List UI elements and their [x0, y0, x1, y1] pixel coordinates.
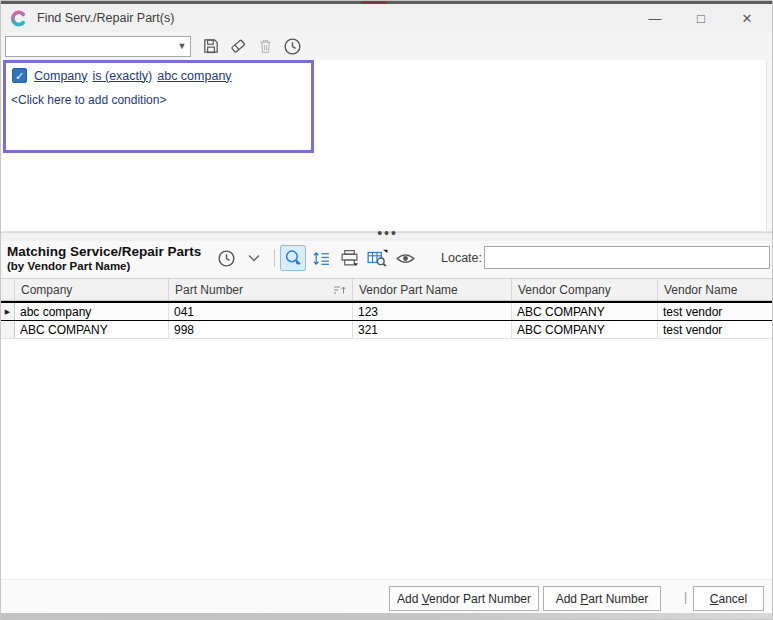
sort-ascending-icon: [333, 285, 346, 295]
window-controls: — □ ✕: [632, 4, 773, 32]
row-selector-cell[interactable]: [1, 321, 15, 338]
save-icon[interactable]: [199, 34, 223, 58]
table-cell[interactable]: ABC COMPANY: [15, 321, 169, 338]
maximize-icon[interactable]: □: [678, 11, 724, 26]
app-logo-icon: [10, 10, 27, 27]
selected-row-marker-icon[interactable]: ▶: [1, 303, 15, 320]
condition-value-link[interactable]: abc company: [157, 69, 231, 83]
table-row[interactable]: ▶abc company041123ABC COMPANYtest vendor: [1, 301, 773, 321]
filter-toolbar: ▼: [1, 32, 773, 60]
condition-highlight-box: ✓ Company is (exactly) abc company <Clic…: [3, 60, 314, 153]
button-separator: |: [684, 590, 687, 604]
cancel-button[interactable]: Cancel: [693, 586, 764, 611]
condition-panel: ✓ Company is (exactly) abc company <Clic…: [1, 60, 773, 232]
saved-filter-combo[interactable]: ▼: [5, 36, 191, 57]
add-condition-link[interactable]: <Click here to add condition>: [11, 93, 166, 107]
column-header[interactable]: Vendor Company: [512, 279, 658, 300]
background-desktop-edge: [1, 613, 773, 620]
condition-checkbox[interactable]: ✓: [12, 68, 27, 83]
find-parts-dialog: Find Serv./Repair Part(s) — □ ✕ ▼: [0, 0, 773, 620]
chevron-down-icon[interactable]: ▼: [174, 41, 190, 51]
condition-row: ✓ Company is (exactly) abc company: [12, 68, 237, 83]
table-cell[interactable]: test vendor: [658, 303, 773, 320]
print-icon[interactable]: [336, 245, 362, 271]
column-header[interactable]: Part Number: [169, 279, 353, 300]
table-cell[interactable]: test vendor: [658, 321, 773, 338]
results-title: Matching Service/Repair Parts: [7, 244, 201, 259]
table-cell[interactable]: 123: [353, 303, 512, 320]
condition-field-link[interactable]: Company: [34, 69, 88, 83]
results-header: Matching Service/Repair Parts (by Vendor…: [1, 241, 773, 278]
find-panel-icon[interactable]: [364, 245, 390, 271]
footer-bar: Add Vendor Part Number Add Part Number |…: [1, 579, 773, 613]
locate-input[interactable]: [484, 246, 770, 269]
window-title: Find Serv./Repair Part(s): [37, 11, 174, 25]
results-table: CompanyPart NumberVendor Part NameVendor…: [1, 278, 773, 579]
table-cell[interactable]: ABC COMPANY: [512, 303, 658, 320]
table-cell[interactable]: abc company: [15, 303, 169, 320]
table-row[interactable]: ABC COMPANY998321ABC COMPANYtest vendor: [1, 321, 773, 339]
column-header[interactable]: Vendor Part Name: [353, 279, 512, 300]
results-toolbar: [213, 245, 420, 271]
minimize-icon[interactable]: —: [632, 11, 678, 26]
splitter-grip-icon: •••: [377, 231, 398, 236]
row-sizing-icon[interactable]: [308, 245, 334, 271]
condition-operator-link[interactable]: is (exactly): [93, 69, 153, 83]
table-cell[interactable]: 041: [169, 303, 353, 320]
history-icon[interactable]: [213, 245, 239, 271]
row-selector-header: [1, 279, 15, 300]
column-header[interactable]: Vendor Name: [658, 279, 773, 300]
table-body: ▶abc company041123ABC COMPANYtest vendor…: [1, 301, 773, 339]
title-bar: Find Serv./Repair Part(s) — □ ✕: [1, 4, 773, 32]
visibility-icon[interactable]: [392, 245, 418, 271]
chevron-down-icon[interactable]: [241, 245, 267, 271]
add-vendor-part-number-button[interactable]: Add Vendor Part Number: [389, 586, 539, 611]
eraser-icon[interactable]: [226, 34, 250, 58]
history-icon[interactable]: [280, 34, 304, 58]
search-preview-icon[interactable]: [280, 245, 306, 271]
delete-icon[interactable]: [253, 34, 277, 58]
close-icon[interactable]: ✕: [724, 11, 770, 26]
results-subtitle: (by Vendor Part Name): [7, 260, 130, 272]
table-cell[interactable]: 998: [169, 321, 353, 338]
add-part-number-button[interactable]: Add Part Number: [543, 586, 661, 611]
toolbar-separator: [274, 249, 275, 267]
column-header[interactable]: Company: [15, 279, 169, 300]
table-cell[interactable]: ABC COMPANY: [512, 321, 658, 338]
vertical-scrollbar[interactable]: [766, 60, 773, 231]
table-header-row: CompanyPart NumberVendor Part NameVendor…: [1, 278, 773, 301]
saved-filter-input[interactable]: [6, 38, 174, 55]
splitter-handle[interactable]: •••: [1, 232, 773, 241]
locate-label: Locate:: [441, 251, 482, 265]
table-cell[interactable]: 321: [353, 321, 512, 338]
